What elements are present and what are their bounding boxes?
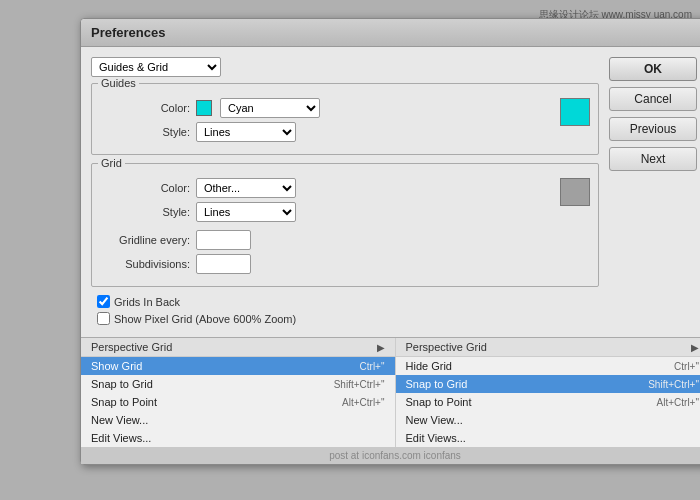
left-menu-item-0[interactable]: Show Grid Ctrl+" <box>81 357 395 375</box>
right-menu-arrow: ▶ <box>691 342 699 353</box>
right-menu-item-2-label: Snap to Point <box>406 396 472 408</box>
grids-in-back-row: Grids In Back <box>97 295 599 308</box>
show-pixel-grid-checkbox[interactable] <box>97 312 110 325</box>
bottom-menus: Perspective Grid ▶ Show Grid Ctrl+" Snap… <box>81 337 700 447</box>
grid-style-select[interactable]: Lines Dots <box>196 202 296 222</box>
guides-style-row: Style: Lines Dots <box>100 122 552 142</box>
subdivisions-row: Subdivisions: 1 <box>100 254 590 274</box>
dialog-content: Guides & Grid Smart Guides Slices Hyphen… <box>81 47 700 335</box>
guides-fields: Color: Cyan Red Green Blue Custom <box>100 98 552 146</box>
right-menu-item-4-label: Edit Views... <box>406 432 466 444</box>
grid-color-swatch-row: Color: Other... Cyan Red Green Style: <box>100 178 590 226</box>
grid-section: Grid Color: Other... Cyan Red Green <box>91 163 599 287</box>
preferences-dialog: Preferences Guides & Grid Smart Guides S… <box>80 18 700 465</box>
next-button[interactable]: Next <box>609 147 697 171</box>
gridline-label: Gridline every: <box>100 234 190 246</box>
guides-section-content: Color: Cyan Red Green Blue Custom <box>100 90 590 146</box>
cancel-button[interactable]: Cancel <box>609 87 697 111</box>
left-menu-item-1[interactable]: Snap to Grid Shift+Ctrl+" <box>81 375 395 393</box>
grid-color-label: Color: <box>100 182 190 194</box>
left-menu-item-0-shortcut: Ctrl+" <box>360 361 385 372</box>
gridline-input[interactable]: 5 px <box>196 230 251 250</box>
left-menu-item-4[interactable]: Edit Views... <box>81 429 395 447</box>
show-pixel-grid-row: Show Pixel Grid (Above 600% Zoom) <box>97 312 599 325</box>
right-menu-item-0-shortcut: Ctrl+" <box>674 361 699 372</box>
guides-color-label: Color: <box>100 102 190 114</box>
left-menu-item-2[interactable]: Snap to Point Alt+Ctrl+" <box>81 393 395 411</box>
dialog-left-panel: Guides & Grid Smart Guides Slices Hyphen… <box>91 57 599 325</box>
left-menu-item-2-shortcut: Alt+Ctrl+" <box>342 397 384 408</box>
grids-in-back-label: Grids In Back <box>114 296 180 308</box>
footer-bar: post at iconfans.com iconfans <box>81 447 700 464</box>
left-menu-item-3[interactable]: New View... <box>81 411 395 429</box>
right-menu-item-0[interactable]: Hide Grid Ctrl+" <box>396 357 701 375</box>
grid-section-title: Grid <box>98 157 125 169</box>
left-menu-header: Perspective Grid ▶ <box>81 338 395 357</box>
left-menu-item-1-shortcut: Shift+Ctrl+" <box>334 379 385 390</box>
dialog-title: Preferences <box>81 19 700 47</box>
previous-button[interactable]: Previous <box>609 117 697 141</box>
right-menu-item-2-shortcut: Alt+Ctrl+" <box>657 397 699 408</box>
grid-section-content: Color: Other... Cyan Red Green Style: <box>100 170 590 274</box>
guides-section: Guides Color: Cyan Red Green B <box>91 83 599 155</box>
subdivisions-input[interactable]: 1 <box>196 254 251 274</box>
left-menu-item-3-label: New View... <box>91 414 148 426</box>
guides-color-preview <box>560 98 590 126</box>
right-menu-item-3-label: New View... <box>406 414 463 426</box>
ok-button[interactable]: OK <box>609 57 697 81</box>
guides-color-swatch-small <box>196 100 212 116</box>
left-menu-panel: Perspective Grid ▶ Show Grid Ctrl+" Snap… <box>81 338 396 447</box>
gridline-row: Gridline every: 5 px <box>100 230 590 250</box>
left-menu-item-2-label: Snap to Point <box>91 396 157 408</box>
subdivisions-label: Subdivisions: <box>100 258 190 270</box>
guides-style-label: Style: <box>100 126 190 138</box>
left-menu-item-4-label: Edit Views... <box>91 432 151 444</box>
grid-fields: Color: Other... Cyan Red Green Style: <box>100 178 552 226</box>
right-menu-panel: Perspective Grid ▶ Hide Grid Ctrl+" Snap… <box>396 338 701 447</box>
section-select[interactable]: Guides & Grid Smart Guides Slices Hyphen… <box>91 57 221 77</box>
dialog-right-panel: OK Cancel Previous Next <box>609 57 699 325</box>
left-menu-item-1-label: Snap to Grid <box>91 378 153 390</box>
right-menu-item-1[interactable]: Snap to Grid Shift+Ctrl+" <box>396 375 701 393</box>
guides-color-swatch-row: Color: Cyan Red Green Blue Custom <box>100 98 590 146</box>
grid-color-row: Color: Other... Cyan Red Green <box>100 178 552 198</box>
right-menu-header: Perspective Grid ▶ <box>396 338 701 357</box>
right-menu-item-0-label: Hide Grid <box>406 360 452 372</box>
right-menu-item-3[interactable]: New View... <box>396 411 701 429</box>
left-menu-arrow: ▶ <box>377 342 385 353</box>
right-menu-item-1-label: Snap to Grid <box>406 378 468 390</box>
grid-color-preview <box>560 178 590 206</box>
guides-section-title: Guides <box>98 77 139 89</box>
guides-style-select[interactable]: Lines Dots <box>196 122 296 142</box>
right-menu-item-1-shortcut: Shift+Ctrl+" <box>648 379 699 390</box>
left-menu-item-0-label: Show Grid <box>91 360 142 372</box>
guides-color-row: Color: Cyan Red Green Blue Custom <box>100 98 552 118</box>
right-menu-item-4[interactable]: Edit Views... <box>396 429 701 447</box>
grids-in-back-checkbox[interactable] <box>97 295 110 308</box>
grid-color-select[interactable]: Other... Cyan Red Green <box>196 178 296 198</box>
show-pixel-grid-label: Show Pixel Grid (Above 600% Zoom) <box>114 313 296 325</box>
top-section-row: Guides & Grid Smart Guides Slices Hyphen… <box>91 57 599 77</box>
right-menu-item-2[interactable]: Snap to Point Alt+Ctrl+" <box>396 393 701 411</box>
guides-color-select[interactable]: Cyan Red Green Blue Custom <box>220 98 320 118</box>
grid-style-label: Style: <box>100 206 190 218</box>
grid-style-row: Style: Lines Dots <box>100 202 552 222</box>
